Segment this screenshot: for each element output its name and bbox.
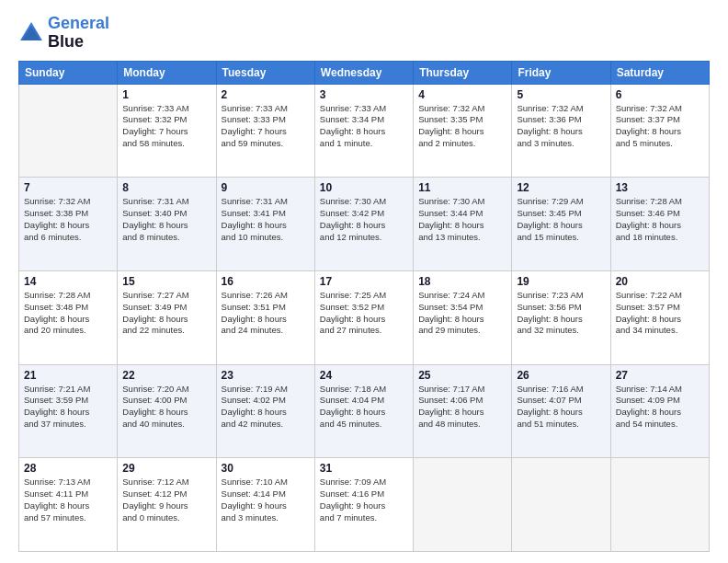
day-number: 25 <box>418 369 506 382</box>
day-info: Sunrise: 7:18 AM Sunset: 4:04 PM Dayligh… <box>320 384 408 431</box>
calendar-cell: 29Sunrise: 7:12 AM Sunset: 4:12 PM Dayli… <box>118 458 216 552</box>
day-info: Sunrise: 7:10 AM Sunset: 4:14 PM Dayligh… <box>222 477 310 523</box>
calendar-cell: 21Sunrise: 7:21 AM Sunset: 3:59 PM Dayli… <box>19 364 118 458</box>
calendar-cell: 23Sunrise: 7:19 AM Sunset: 4:02 PM Dayli… <box>216 364 314 458</box>
day-number: 12 <box>517 181 605 194</box>
day-info: Sunrise: 7:19 AM Sunset: 4:02 PM Dayligh… <box>222 384 310 431</box>
calendar-table: SundayMondayTuesdayWednesdayThursdayFrid… <box>18 61 710 552</box>
week-row-2: 14Sunrise: 7:28 AM Sunset: 3:48 PM Dayli… <box>19 270 710 364</box>
calendar-cell: 2Sunrise: 7:33 AM Sunset: 3:33 PM Daylig… <box>216 84 314 178</box>
day-number: 27 <box>616 369 704 382</box>
calendar-cell: 9Sunrise: 7:31 AM Sunset: 3:41 PM Daylig… <box>216 178 314 271</box>
day-number: 1 <box>122 88 210 101</box>
calendar-cell <box>512 458 610 552</box>
calendar-cell: 20Sunrise: 7:22 AM Sunset: 3:57 PM Dayli… <box>610 270 709 364</box>
day-number: 9 <box>222 181 310 194</box>
day-info: Sunrise: 7:32 AM Sunset: 3:38 PM Dayligh… <box>24 196 112 243</box>
calendar-cell: 7Sunrise: 7:32 AM Sunset: 3:38 PM Daylig… <box>19 178 118 271</box>
day-number: 14 <box>24 275 112 288</box>
calendar-cell: 5Sunrise: 7:32 AM Sunset: 3:36 PM Daylig… <box>512 84 610 178</box>
week-row-3: 21Sunrise: 7:21 AM Sunset: 3:59 PM Dayli… <box>19 364 710 458</box>
day-number: 13 <box>616 181 704 194</box>
week-row-0: 1Sunrise: 7:33 AM Sunset: 3:32 PM Daylig… <box>19 84 710 178</box>
day-number: 23 <box>222 369 310 382</box>
day-number: 29 <box>122 462 210 475</box>
calendar-cell: 18Sunrise: 7:24 AM Sunset: 3:54 PM Dayli… <box>414 270 512 364</box>
day-info: Sunrise: 7:33 AM Sunset: 3:32 PM Dayligh… <box>122 103 210 150</box>
day-info: Sunrise: 7:33 AM Sunset: 3:34 PM Dayligh… <box>320 103 408 150</box>
weekday-header-row: SundayMondayTuesdayWednesdayThursdayFrid… <box>19 61 710 84</box>
day-info: Sunrise: 7:30 AM Sunset: 3:42 PM Dayligh… <box>320 196 408 243</box>
day-info: Sunrise: 7:31 AM Sunset: 3:40 PM Dayligh… <box>122 196 210 243</box>
day-info: Sunrise: 7:29 AM Sunset: 3:45 PM Dayligh… <box>517 196 605 243</box>
day-number: 24 <box>320 369 408 382</box>
weekday-tuesday: Tuesday <box>216 61 314 84</box>
day-number: 30 <box>222 462 310 475</box>
day-number: 4 <box>418 88 506 101</box>
logo-text: General Blue <box>48 15 109 52</box>
day-number: 8 <box>122 181 210 194</box>
day-info: Sunrise: 7:24 AM Sunset: 3:54 PM Dayligh… <box>418 290 506 337</box>
calendar-cell: 19Sunrise: 7:23 AM Sunset: 3:56 PM Dayli… <box>512 270 610 364</box>
day-info: Sunrise: 7:32 AM Sunset: 3:37 PM Dayligh… <box>616 103 704 150</box>
calendar-cell: 30Sunrise: 7:10 AM Sunset: 4:14 PM Dayli… <box>216 458 314 552</box>
calendar-cell: 11Sunrise: 7:30 AM Sunset: 3:44 PM Dayli… <box>414 178 512 271</box>
day-info: Sunrise: 7:32 AM Sunset: 3:35 PM Dayligh… <box>418 103 506 150</box>
day-number: 5 <box>517 88 605 101</box>
day-number: 2 <box>222 88 310 101</box>
calendar-cell: 6Sunrise: 7:32 AM Sunset: 3:37 PM Daylig… <box>610 84 709 178</box>
day-number: 16 <box>222 275 310 288</box>
day-number: 17 <box>320 275 408 288</box>
logo: General Blue <box>18 15 109 52</box>
week-row-4: 28Sunrise: 7:13 AM Sunset: 4:11 PM Dayli… <box>19 458 710 552</box>
calendar-cell: 3Sunrise: 7:33 AM Sunset: 3:34 PM Daylig… <box>314 84 413 178</box>
day-info: Sunrise: 7:32 AM Sunset: 3:36 PM Dayligh… <box>517 103 605 150</box>
day-info: Sunrise: 7:13 AM Sunset: 4:11 PM Dayligh… <box>24 477 112 523</box>
day-info: Sunrise: 7:33 AM Sunset: 3:33 PM Dayligh… <box>222 103 310 150</box>
day-info: Sunrise: 7:31 AM Sunset: 3:41 PM Dayligh… <box>222 196 310 243</box>
weekday-thursday: Thursday <box>414 61 512 84</box>
day-info: Sunrise: 7:27 AM Sunset: 3:49 PM Dayligh… <box>122 290 210 337</box>
calendar-cell: 24Sunrise: 7:18 AM Sunset: 4:04 PM Dayli… <box>314 364 413 458</box>
day-number: 26 <box>517 369 605 382</box>
weekday-friday: Friday <box>512 61 610 84</box>
day-info: Sunrise: 7:20 AM Sunset: 4:00 PM Dayligh… <box>122 384 210 431</box>
calendar-cell <box>414 458 512 552</box>
calendar-cell: 27Sunrise: 7:14 AM Sunset: 4:09 PM Dayli… <box>610 364 709 458</box>
day-info: Sunrise: 7:28 AM Sunset: 3:48 PM Dayligh… <box>24 290 112 337</box>
day-number: 20 <box>616 275 704 288</box>
calendar-cell: 12Sunrise: 7:29 AM Sunset: 3:45 PM Dayli… <box>512 178 610 271</box>
day-number: 21 <box>24 369 112 382</box>
calendar-cell: 26Sunrise: 7:16 AM Sunset: 4:07 PM Dayli… <box>512 364 610 458</box>
header: General Blue <box>18 15 710 52</box>
weekday-saturday: Saturday <box>610 61 709 84</box>
day-number: 28 <box>24 462 112 475</box>
calendar-cell: 25Sunrise: 7:17 AM Sunset: 4:06 PM Dayli… <box>414 364 512 458</box>
day-number: 19 <box>517 275 605 288</box>
weekday-wednesday: Wednesday <box>314 61 413 84</box>
calendar-cell: 17Sunrise: 7:25 AM Sunset: 3:52 PM Dayli… <box>314 270 413 364</box>
day-number: 31 <box>320 462 408 475</box>
day-info: Sunrise: 7:12 AM Sunset: 4:12 PM Dayligh… <box>122 477 210 523</box>
day-number: 18 <box>418 275 506 288</box>
day-number: 6 <box>616 88 704 101</box>
calendar-cell <box>19 84 118 178</box>
day-info: Sunrise: 7:30 AM Sunset: 3:44 PM Dayligh… <box>418 196 506 243</box>
weekday-sunday: Sunday <box>19 61 118 84</box>
calendar-cell: 15Sunrise: 7:27 AM Sunset: 3:49 PM Dayli… <box>118 270 216 364</box>
calendar-cell: 13Sunrise: 7:28 AM Sunset: 3:46 PM Dayli… <box>610 178 709 271</box>
weekday-monday: Monday <box>118 61 216 84</box>
day-number: 11 <box>418 181 506 194</box>
day-number: 10 <box>320 181 408 194</box>
calendar-cell: 4Sunrise: 7:32 AM Sunset: 3:35 PM Daylig… <box>414 84 512 178</box>
day-info: Sunrise: 7:21 AM Sunset: 3:59 PM Dayligh… <box>24 384 112 431</box>
page: General Blue SundayMondayTuesdayWednesda… <box>0 0 728 563</box>
day-number: 3 <box>320 88 408 101</box>
calendar-cell: 28Sunrise: 7:13 AM Sunset: 4:11 PM Dayli… <box>19 458 118 552</box>
day-info: Sunrise: 7:22 AM Sunset: 3:57 PM Dayligh… <box>616 290 704 337</box>
day-number: 15 <box>122 275 210 288</box>
day-info: Sunrise: 7:16 AM Sunset: 4:07 PM Dayligh… <box>517 384 605 431</box>
calendar-cell <box>610 458 709 552</box>
calendar-cell: 31Sunrise: 7:09 AM Sunset: 4:16 PM Dayli… <box>314 458 413 552</box>
calendar-cell: 16Sunrise: 7:26 AM Sunset: 3:51 PM Dayli… <box>216 270 314 364</box>
